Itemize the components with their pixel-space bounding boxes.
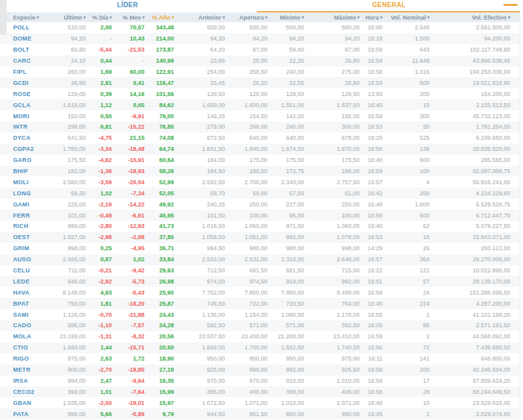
cell-anterior: 279,00 [177, 121, 228, 133]
cell-especie[interactable]: LONG [0, 187, 56, 199]
col-header-label: Máximo [334, 14, 356, 21]
cell-vol_nominal: 600 [385, 155, 432, 166]
cell-especie[interactable]: DOME [0, 33, 56, 44]
cell-especie[interactable]: BOLT [0, 44, 56, 56]
col-header-especie[interactable]: Especie▾ [0, 12, 56, 22]
table-row: FIPL260,001,6960,00122,91254,00258,50240… [0, 67, 520, 78]
cell-maximo: 189,00 [307, 166, 362, 177]
table-row: CECO2399,001,01-7,6415,99395,00406,00389… [0, 386, 520, 397]
col-header-mes[interactable]: % Mes▾ [114, 12, 147, 22]
sort-icon: ▾ [380, 15, 382, 20]
cell-apertura: 258,50 [228, 67, 270, 78]
cell-mes: -15,22 [114, 121, 147, 133]
cell-especie[interactable]: CTIO [0, 342, 56, 353]
cell-vol_nominal: 200 [385, 187, 432, 199]
cell-hora: 16:56 [362, 342, 385, 353]
group-tabs-band: LÍDER GENERAL [0, 0, 520, 12]
col-header-hora[interactable]: Hora▾ [362, 12, 385, 22]
col-header-anio[interactable]: % Año▾ [147, 12, 177, 22]
cell-especie[interactable]: CADO [0, 320, 56, 331]
cell-especie[interactable]: RIGO [0, 353, 56, 364]
col-header-vol_efectivo[interactable]: Vol. Efectivo▾ [432, 12, 520, 22]
cell-especie[interactable]: METR [0, 364, 56, 376]
cell-especie[interactable]: SAMI [0, 309, 56, 320]
cell-dia: -3,34 [88, 144, 114, 155]
cell-especie[interactable]: CECO2 [0, 386, 56, 397]
cell-minimo: 172,75 [270, 166, 307, 177]
cell-especie[interactable]: OEST [0, 232, 56, 243]
cell-especie[interactable]: GCDI [0, 77, 56, 88]
cell-ultimo: 23.199,00 [56, 331, 88, 342]
table-row: CGPA21.780,00-3,34-18,4864,741.841,501.8… [0, 144, 520, 155]
cell-especie[interactable]: GCLA [0, 99, 56, 110]
cell-anterior: 2.692,50 [177, 176, 228, 187]
cell-anterior: 1.600,00 [177, 99, 228, 110]
cell-apertura: 1.071,00 [228, 397, 270, 408]
cell-mes: 0,65 [114, 99, 147, 110]
cell-dia: 2,00 [88, 22, 114, 33]
cell-especie[interactable]: CELU [0, 265, 56, 276]
cell-especie[interactable]: MORI [0, 110, 56, 121]
cell-especie[interactable]: CGPA2 [0, 144, 56, 155]
table-row: POLL510,002,0070,57343,48500,00500,00500… [0, 22, 520, 33]
cell-especie[interactable]: BPAT [0, 298, 56, 309]
general-tab-underline [257, 11, 520, 12]
cell-maximo: 715,00 [307, 265, 362, 276]
tab-lider[interactable]: LÍDER [0, 1, 255, 8]
cell-especie[interactable]: ROSE [0, 88, 56, 99]
sort-icon: ▾ [265, 15, 267, 20]
col-header-vol_nominal[interactable]: Vol. Nominal▾ [385, 12, 432, 22]
col-header-dia[interactable]: % Día▾ [88, 12, 114, 22]
cell-anio: 20,56 [147, 331, 177, 342]
cell-anterior: 712,50 [177, 265, 228, 276]
cell-hora: 16:49 [362, 199, 385, 210]
cell-especie[interactable]: MOLA [0, 331, 56, 342]
tab-general[interactable]: GENERAL [258, 1, 520, 8]
col-header-ultimo[interactable]: Último▾ [56, 12, 88, 22]
cell-especie[interactable]: DYCA [0, 133, 56, 144]
cell-anio: 79,00 [147, 110, 177, 121]
cell-especie[interactable]: GBAN [0, 397, 56, 408]
cell-especie[interactable]: FERR [0, 210, 56, 221]
cell-vol_efectivo: 5.529.528,75 [432, 199, 520, 210]
sort-icon: ▾ [508, 15, 511, 20]
cell-especie[interactable]: PATA [0, 408, 56, 419]
cell-especie[interactable]: FIPL [0, 67, 56, 78]
cell-mes: -9,64 [114, 376, 147, 387]
cell-vol_nominal: 57 [385, 276, 432, 287]
col-header-apertura[interactable]: Apertura▾ [228, 12, 270, 22]
col-header-anterior[interactable]: Anterior▾ [177, 12, 228, 22]
cell-especie[interactable]: GRIM [0, 243, 56, 254]
left-edge-strip [0, 0, 7, 35]
col-header-maximo[interactable]: Máximo▾ [307, 12, 362, 22]
cell-minimo: 1.010,00 [270, 397, 307, 408]
cell-especie[interactable]: INTR [0, 121, 56, 133]
col-header-minimo[interactable]: Mínimo▾ [270, 12, 307, 22]
cell-especie[interactable]: IRSA [0, 376, 56, 387]
cell-dia: 2,47 [88, 376, 114, 387]
cell-especie[interactable]: RICH [0, 221, 56, 232]
cell-especie[interactable]: GAMI [0, 199, 56, 210]
col-header-label: Hora [365, 14, 379, 21]
cell-ultimo: 225,00 [56, 199, 88, 210]
cell-especie[interactable]: AUSO [0, 254, 56, 265]
cell-vol_efectivo: 260.122,00 [432, 243, 520, 254]
cell-especie[interactable]: GARO [0, 155, 56, 166]
sort-icon: ▾ [222, 15, 225, 20]
col-header-label: % Mes [122, 14, 141, 21]
cell-especie[interactable]: MOLI [0, 176, 56, 187]
cell-especie[interactable]: BHIP [0, 166, 56, 177]
cell-especie[interactable]: LEDE [0, 276, 56, 287]
cell-anio: 15,97 [147, 397, 177, 408]
cell-mes: -10,91 [114, 155, 147, 166]
cell-especie[interactable]: POLL [0, 22, 56, 33]
cell-hora: 16:57 [362, 176, 385, 187]
cell-ultimo: 2.565,00 [56, 254, 88, 265]
cell-hora: 16:55 [362, 309, 385, 320]
cell-ultimo: 399,00 [56, 386, 88, 397]
cell-apertura: 2.531,00 [228, 254, 270, 265]
cell-dia: -0,70 [88, 309, 114, 320]
cell-especie[interactable]: CARC [0, 56, 56, 67]
sort-icon: ▾ [171, 15, 174, 20]
cell-especie[interactable]: HAVA [0, 287, 56, 298]
